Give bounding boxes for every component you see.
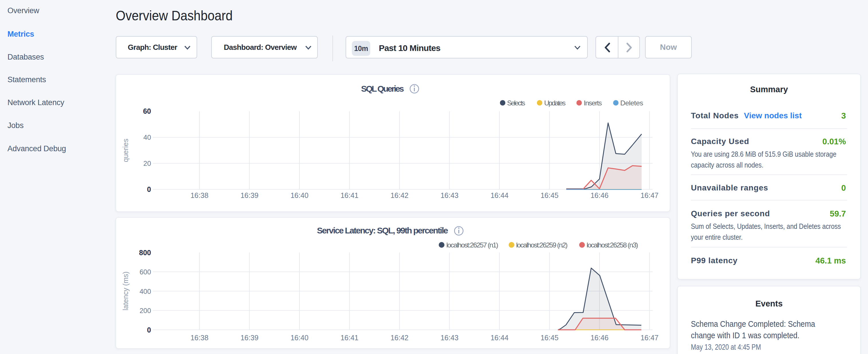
svg-text:16:44: 16:44: [491, 334, 509, 342]
svg-text:latency (ms): latency (ms): [122, 271, 129, 311]
svg-text:16:46: 16:46: [591, 191, 609, 199]
svg-text:16:39: 16:39: [241, 191, 258, 199]
svg-text:0: 0: [147, 185, 151, 193]
svg-text:16:41: 16:41: [340, 191, 359, 199]
svg-text:Inserts: Inserts: [584, 99, 602, 107]
svg-text:localhost:26259 (n2): localhost:26259 (n2): [516, 241, 568, 249]
svg-text:16:42: 16:42: [391, 191, 409, 199]
svg-text:localhost:26257 (n1): localhost:26257 (n1): [446, 241, 499, 249]
svg-text:400: 400: [140, 288, 151, 295]
svg-text:600: 600: [140, 268, 151, 276]
svg-text:60: 60: [143, 107, 151, 115]
svg-text:16:47: 16:47: [641, 191, 658, 199]
svg-text:16:43: 16:43: [440, 334, 459, 342]
svg-text:16:41: 16:41: [340, 334, 359, 342]
svg-text:200: 200: [140, 307, 151, 315]
svg-text:Deletes: Deletes: [620, 99, 643, 107]
svg-text:16:38: 16:38: [191, 334, 209, 342]
svg-text:localhost:26258 (n3): localhost:26258 (n3): [587, 241, 638, 249]
svg-text:20: 20: [143, 160, 151, 167]
svg-text:16:42: 16:42: [391, 334, 409, 342]
svg-text:SQL Queries: SQL Queries: [361, 84, 404, 93]
svg-text:40: 40: [143, 133, 151, 141]
svg-text:16:47: 16:47: [641, 334, 658, 342]
svg-text:Service Latency: SQL, 99th per: Service Latency: SQL, 99th percentile: [317, 226, 448, 235]
svg-text:800: 800: [139, 249, 151, 257]
svg-text:16:39: 16:39: [241, 334, 258, 342]
svg-text:queries: queries: [122, 139, 129, 162]
svg-text:16:40: 16:40: [290, 334, 309, 342]
svg-text:16:45: 16:45: [540, 334, 559, 342]
svg-text:16:40: 16:40: [290, 191, 309, 199]
svg-text:16:44: 16:44: [491, 191, 509, 199]
svg-text:Updates: Updates: [544, 99, 566, 107]
svg-text:16:46: 16:46: [591, 334, 609, 342]
svg-text:16:38: 16:38: [191, 191, 209, 199]
svg-text:Selects: Selects: [507, 99, 526, 107]
svg-text:0: 0: [147, 326, 151, 334]
svg-text:16:43: 16:43: [440, 191, 459, 199]
svg-text:16:45: 16:45: [540, 191, 559, 199]
